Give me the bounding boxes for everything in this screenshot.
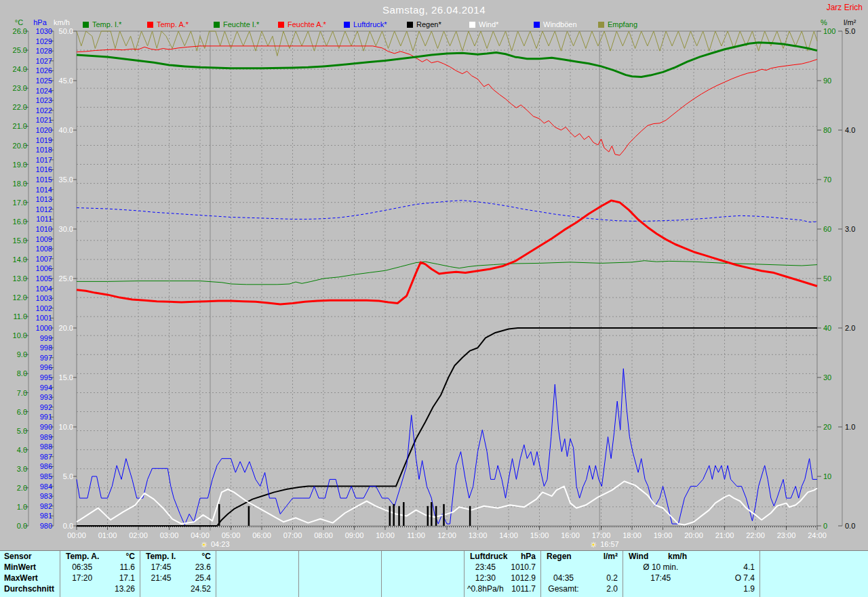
stats-col-title: Luftdruck — [470, 552, 507, 561]
stats-time-cell: 17:45 — [140, 562, 182, 572]
svg-text:4.0: 4.0 — [17, 446, 27, 454]
svg-text:2.0: 2.0 — [845, 324, 855, 332]
stats-col-unit: hPa — [521, 552, 536, 561]
svg-text:04:23: 04:23 — [211, 540, 230, 548]
stats-time-cell: 21:45 — [140, 573, 182, 583]
svg-text:45.0: 45.0 — [59, 77, 73, 85]
svg-text:05:00: 05:00 — [222, 531, 241, 539]
svg-text:0: 0 — [823, 522, 827, 530]
axis-lm2: 5.04.03.02.01.00.0 — [838, 27, 855, 530]
stats-row-label: MinWert — [4, 562, 36, 572]
svg-text:1020: 1020 — [36, 126, 52, 134]
svg-text:21.0: 21.0 — [13, 122, 27, 130]
svg-text:1025: 1025 — [36, 77, 52, 85]
svg-text:1.0: 1.0 — [845, 423, 855, 431]
svg-text:10.0: 10.0 — [13, 331, 27, 339]
svg-text:24.0: 24.0 — [13, 65, 27, 73]
svg-text:3.0: 3.0 — [17, 465, 27, 473]
svg-text:1013: 1013 — [36, 195, 52, 203]
svg-text:998: 998 — [40, 344, 52, 352]
svg-text:09:00: 09:00 — [345, 531, 364, 539]
svg-text:5.0: 5.0 — [63, 472, 73, 480]
axis-pct: 1009080706050403020100 — [817, 27, 835, 530]
svg-text:993: 993 — [40, 393, 52, 401]
series-windb-en — [77, 369, 817, 525]
stats-value-cell: 13.26 — [115, 584, 135, 594]
svg-text:11.0: 11.0 — [13, 312, 27, 321]
stats-value-cell: 1.9 — [743, 584, 755, 594]
svg-text:26.0: 26.0 — [13, 27, 27, 35]
stats-time-cell: 17:45 — [623, 573, 698, 583]
svg-text:1005: 1005 — [36, 274, 52, 283]
svg-text:20.0: 20.0 — [13, 142, 27, 150]
gridlines — [77, 31, 817, 526]
stats-col-title: Wind — [629, 552, 648, 561]
svg-text:100: 100 — [823, 27, 835, 35]
svg-text:00:00: 00:00 — [67, 531, 86, 539]
stats-section-wind: Windkm/hØ 10 min.4.117:45O 7.41.9 — [623, 551, 760, 597]
svg-text:997: 997 — [40, 354, 52, 362]
svg-text:1030: 1030 — [36, 27, 52, 35]
svg-text:08:00: 08:00 — [314, 531, 333, 539]
axis-time: 00:0001:0002:0003:0004:0005:0006:0007:00… — [67, 526, 827, 539]
stats-time-cell: 12:30 — [465, 573, 507, 583]
stats-section-empty-4 — [381, 551, 464, 597]
svg-text:3.0: 3.0 — [845, 225, 855, 233]
svg-text:06:00: 06:00 — [252, 531, 271, 539]
svg-text:1006: 1006 — [36, 264, 52, 272]
svg-text:1028: 1028 — [36, 47, 52, 55]
svg-text:0.0: 0.0 — [63, 522, 73, 530]
svg-text:1017: 1017 — [36, 156, 52, 164]
stats-col-title: Temp. A. — [66, 552, 99, 561]
svg-text:1016: 1016 — [36, 165, 52, 173]
stats-value-cell: O 7.4 — [735, 573, 755, 583]
svg-text:17:00: 17:00 — [592, 531, 611, 539]
sun-icon: ☀ — [201, 541, 208, 549]
svg-text:25.0: 25.0 — [59, 274, 73, 283]
stats-time-cell: Gesamt: — [541, 584, 586, 594]
stats-time-cell: 06:35 — [60, 562, 104, 572]
stats-section-empty-3 — [298, 551, 381, 597]
stats-value-cell: 4.1 — [743, 562, 755, 572]
stats-section-temp-i: Temp. I.°C17:4523.621:4525.424.52 — [140, 551, 216, 597]
svg-text:22.0: 22.0 — [13, 103, 27, 111]
svg-text:19.0: 19.0 — [13, 161, 27, 169]
svg-text:1007: 1007 — [36, 255, 52, 263]
svg-text:15:00: 15:00 — [530, 531, 549, 539]
svg-text:1001: 1001 — [36, 314, 52, 322]
svg-text:987: 987 — [40, 453, 52, 461]
svg-text:15.0: 15.0 — [59, 373, 73, 382]
svg-text:20:00: 20:00 — [684, 531, 703, 539]
svg-text:1004: 1004 — [36, 285, 52, 293]
svg-text:50: 50 — [823, 274, 831, 283]
svg-text:1024: 1024 — [36, 87, 52, 95]
svg-text:1019: 1019 — [36, 136, 52, 144]
svg-text:14.0: 14.0 — [13, 255, 27, 264]
svg-text:5.0: 5.0 — [845, 27, 855, 35]
stats-col-title: Regen — [547, 552, 572, 561]
svg-text:60: 60 — [823, 225, 831, 233]
svg-text:80: 80 — [823, 126, 831, 134]
svg-text:985: 985 — [40, 472, 52, 480]
svg-text:22:00: 22:00 — [746, 531, 765, 539]
svg-text:16:57: 16:57 — [600, 540, 619, 548]
svg-text:989: 989 — [40, 433, 52, 441]
stats-table: SensorMinWertMaxWertDurchschnittTemp. A.… — [0, 550, 868, 597]
svg-text:996: 996 — [40, 363, 52, 371]
stats-value-cell: 11.6 — [120, 562, 135, 572]
svg-text:11:00: 11:00 — [407, 531, 425, 539]
svg-text:24:00: 24:00 — [808, 531, 827, 539]
svg-text:1000: 1000 — [36, 324, 52, 332]
svg-text:13:00: 13:00 — [469, 531, 488, 539]
svg-text:50.0: 50.0 — [59, 27, 73, 35]
svg-text:12.0: 12.0 — [13, 293, 27, 302]
svg-text:03:00: 03:00 — [160, 531, 179, 539]
stats-row-label: Sensor — [4, 552, 32, 561]
svg-text:02:00: 02:00 — [129, 531, 148, 539]
chart-area: 26.025.024.023.022.021.020.019.018.017.0… — [0, 0, 868, 550]
svg-text:1008: 1008 — [36, 245, 52, 253]
svg-text:10: 10 — [823, 472, 831, 480]
svg-text:1026: 1026 — [36, 66, 52, 75]
axis-temp: 26.025.024.023.022.021.020.019.018.017.0… — [13, 27, 28, 530]
svg-text:982: 982 — [40, 502, 52, 510]
